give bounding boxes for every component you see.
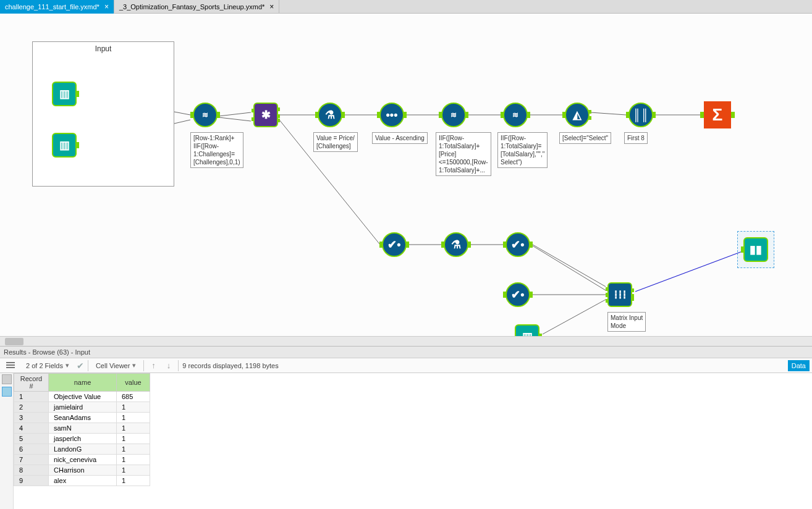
book-icon: ▥ <box>59 88 70 99</box>
tool-sample[interactable]: ║║ <box>628 103 653 127</box>
binoculars-icon: ▮▮ <box>750 244 762 255</box>
tool-optimization[interactable]: ┇┇┇ <box>607 282 632 307</box>
tab-label: challenge_111_start_file.yxmd* <box>5 3 99 11</box>
results-toolbar: 2 of 2 Fields ✔ Cell Viewer 9 records di… <box>0 358 812 373</box>
table-row[interactable]: 7nick_ceneviva1 <box>14 455 150 465</box>
join-icon: ✱ <box>261 109 271 120</box>
results-table-wrap: Record # name value 1Objective Value6852… <box>14 373 150 509</box>
list-icon <box>6 362 15 369</box>
tab-optimization-fantasy[interactable]: _3_Optimization_Fantasy_Sports_Lineup.yx… <box>114 0 279 14</box>
sample-icon: ║║ <box>633 109 649 120</box>
cell-record: 2 <box>14 402 49 413</box>
cell-value: 1 <box>117 465 150 476</box>
cell-viewer-dropdown[interactable]: Cell Viewer <box>92 360 140 371</box>
close-icon[interactable]: × <box>269 3 274 11</box>
cell-name: SeanAdams <box>49 413 117 423</box>
table-row[interactable]: 3SeanAdams1 <box>14 413 150 423</box>
cell-name: alex <box>49 476 117 486</box>
list-view-button[interactable] <box>2 361 19 371</box>
cell-record: 5 <box>14 434 49 444</box>
cell-value: 1 <box>117 423 150 434</box>
tool-text-input-2[interactable]: ▥ <box>52 133 77 158</box>
cell-name: samN <box>49 423 117 434</box>
cell-record: 4 <box>14 423 49 434</box>
annotation-formula1: Value = Price/ [Challenges] <box>313 132 358 152</box>
tool-sort[interactable]: ••• <box>379 103 404 127</box>
table-row[interactable]: 6LandonG1 <box>14 444 150 455</box>
table-row[interactable]: 5jasperlch1 <box>14 434 150 444</box>
move-up-button[interactable] <box>148 360 159 371</box>
cell-record: 7 <box>14 455 49 465</box>
cell-record: 8 <box>14 465 49 476</box>
horizontal-scrollbar[interactable] <box>0 336 812 346</box>
annotation-multirow3: IIF([Row- 1:TotalSalary]= [TotalSalary],… <box>497 132 548 168</box>
table-row[interactable]: 4samN1 <box>14 423 150 434</box>
col-name[interactable]: name <box>49 374 117 392</box>
col-value[interactable]: value <box>117 374 150 392</box>
annotation-filter1: [Select]="Select" <box>559 132 611 144</box>
annotation-sort1: Value - Ascending <box>372 132 428 144</box>
move-down-button[interactable] <box>163 360 175 371</box>
tool-multirow-2[interactable]: ≋ <box>441 103 466 127</box>
separator <box>178 360 179 371</box>
check-icon: ✔ <box>77 361 84 371</box>
data-tab-button[interactable]: Data <box>788 360 810 371</box>
tool-summarize[interactable]: Σ <box>704 101 731 128</box>
tab-challenge-111[interactable]: challenge_111_start_file.yxmd* × <box>0 0 114 14</box>
cell-value: 1 <box>117 402 150 413</box>
select-icon: ✔• <box>511 289 524 300</box>
optimization-icon: ┇┇┇ <box>614 291 627 298</box>
sigma-icon: Σ <box>713 106 723 124</box>
table-row[interactable]: 1Objective Value685 <box>14 392 150 402</box>
side-icon-1[interactable] <box>2 374 12 384</box>
table-row[interactable]: 8CHarrison1 <box>14 465 150 476</box>
tab-bar: challenge_111_start_file.yxmd* × _3_Opti… <box>0 0 812 14</box>
cell-value: 1 <box>117 444 150 455</box>
col-record[interactable]: Record # <box>14 374 49 392</box>
tool-select-3[interactable]: ✔• <box>505 282 530 307</box>
annotation-opt: Matrix Input Mode <box>607 312 646 332</box>
multirow-icon: ≋ <box>512 111 518 119</box>
tool-formula-2[interactable]: ⚗ <box>444 232 468 257</box>
tool-text-input-1[interactable]: ▥ <box>52 82 77 106</box>
tool-select-2[interactable]: ✔• <box>505 232 530 257</box>
cell-name: LandonG <box>49 444 117 455</box>
tool-filter[interactable]: ◭ <box>565 103 590 127</box>
results-title: Results - Browse (63) - Input <box>4 348 90 356</box>
container-input[interactable]: Input <box>32 41 174 187</box>
cell-record: 1 <box>14 392 49 402</box>
tool-multirow-3[interactable]: ≋ <box>503 103 528 127</box>
table-row[interactable]: 2jamielaird1 <box>14 402 150 413</box>
cell-value: 1 <box>117 455 150 465</box>
side-icon-browse[interactable] <box>2 387 12 397</box>
multirow-icon: ≋ <box>202 111 208 119</box>
cell-name: CHarrison <box>49 465 117 476</box>
tool-formula-1[interactable]: ⚗ <box>318 103 342 127</box>
multirow-icon: ≋ <box>450 111 457 119</box>
flask-icon: ⚗ <box>451 239 461 250</box>
table-row[interactable]: 9alex1 <box>14 476 150 486</box>
cell-value: 685 <box>117 392 150 402</box>
cell-value: 1 <box>117 413 150 423</box>
book-icon: ▥ <box>59 140 70 151</box>
tab-label: _3_Optimization_Fantasy_Sports_Lineup.yx… <box>119 3 264 11</box>
fields-dropdown[interactable]: 2 of 2 Fields <box>22 360 73 371</box>
annotation-sample1: First 8 <box>624 132 648 144</box>
cell-record: 9 <box>14 476 49 486</box>
tool-select-1[interactable]: ✔• <box>382 232 407 257</box>
workflow-canvas[interactable]: Input ▥ ▥ ≋ [Row-1:Rank]+ IIF([Row- 1:Ch… <box>0 14 812 346</box>
select-icon: ✔• <box>387 239 400 250</box>
close-icon[interactable]: × <box>104 3 109 11</box>
annotation-multirow1: [Row-1:Rank]+ IIF([Row- 1:Challenges]= [… <box>190 132 243 168</box>
tool-join[interactable]: ✱ <box>253 103 278 127</box>
tool-multirow-1[interactable]: ≋ <box>193 103 218 127</box>
cell-name: jasperlch <box>49 434 117 444</box>
cell-value: 1 <box>117 434 150 444</box>
cell-name: jamielaird <box>49 402 117 413</box>
results-table: Record # name value 1Objective Value6852… <box>14 373 150 486</box>
tool-browse[interactable]: ▮▮ <box>743 237 768 262</box>
annotation-multirow2: IIF([Row- 1:TotalSalary]+ [Price] <=1500… <box>436 132 491 176</box>
separator <box>88 360 88 371</box>
records-status: 9 records displayed, 1198 bytes <box>182 362 278 369</box>
cell-record: 3 <box>14 413 49 423</box>
